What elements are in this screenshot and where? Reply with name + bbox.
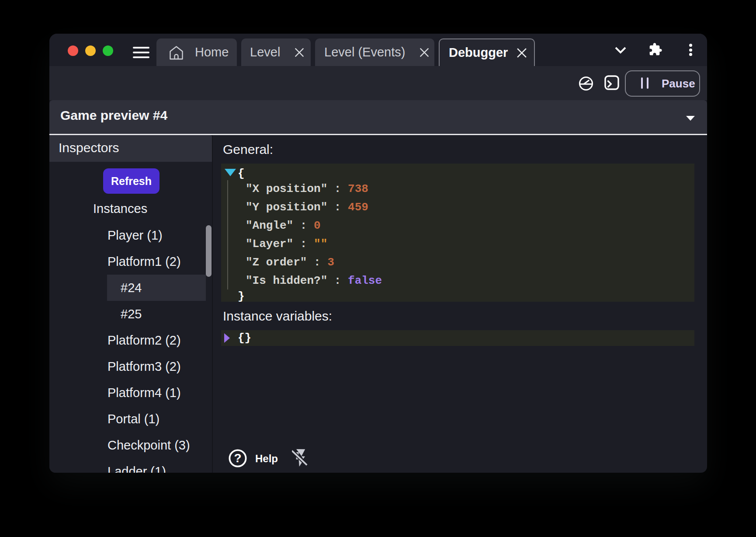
svg-text:?: ? (234, 451, 241, 465)
